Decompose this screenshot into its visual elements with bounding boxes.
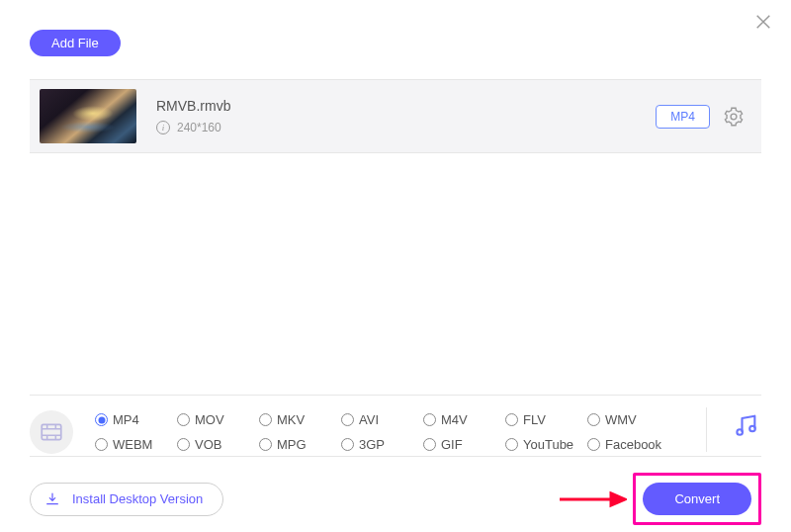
resolution-text: 240*160: [177, 121, 221, 134]
format-radio[interactable]: [177, 438, 190, 451]
info-icon[interactable]: i: [156, 121, 170, 134]
format-label: MP4: [113, 412, 139, 427]
formats-grid: MP4MOVMKVAVIM4VFLVWMVWEBMVOBMPG3GPGIFYou…: [95, 412, 669, 452]
format-radio[interactable]: [259, 438, 272, 451]
format-label: FLV: [523, 412, 546, 427]
format-option-wmv[interactable]: WMV: [587, 412, 669, 427]
format-label: VOB: [195, 437, 221, 452]
format-option-avi[interactable]: AVI: [341, 412, 423, 427]
download-icon: [44, 491, 60, 507]
svg-rect-0: [42, 424, 61, 439]
svg-point-1: [737, 429, 743, 435]
arrow-annotation: [558, 489, 627, 509]
add-file-button[interactable]: Add File: [30, 30, 121, 56]
file-row: RMVB.rmvb i 240*160 MP4: [30, 79, 761, 153]
gear-icon[interactable]: [724, 107, 744, 127]
install-desktop-button[interactable]: Install Desktop Version: [30, 483, 223, 516]
format-tag-button[interactable]: MP4: [656, 105, 710, 129]
format-option-mp4[interactable]: MP4: [95, 412, 177, 427]
install-label: Install Desktop Version: [72, 491, 203, 506]
music-icon[interactable]: [732, 411, 761, 441]
format-radio[interactable]: [505, 438, 518, 451]
format-radio[interactable]: [259, 413, 272, 426]
video-thumbnail[interactable]: [40, 89, 136, 143]
formats-panel: MP4MOVMKVAVIM4VFLVWMVWEBMVOBMPG3GPGIFYou…: [30, 395, 761, 456]
format-radio[interactable]: [587, 413, 600, 426]
format-radio[interactable]: [505, 413, 518, 426]
format-radio[interactable]: [423, 438, 436, 451]
svg-point-2: [749, 425, 755, 431]
format-radio[interactable]: [423, 413, 436, 426]
file-name: RMVB.rmvb: [156, 98, 656, 114]
format-radio[interactable]: [177, 413, 190, 426]
convert-group: Convert: [558, 473, 761, 525]
file-resolution: i 240*160: [156, 121, 656, 134]
format-radio[interactable]: [341, 413, 354, 426]
format-label: M4V: [441, 412, 468, 427]
format-label: GIF: [441, 437, 463, 452]
format-label: YouTube: [523, 437, 573, 452]
format-label: Facebook: [605, 437, 661, 452]
format-option-flv[interactable]: FLV: [505, 412, 587, 427]
format-label: WEBM: [113, 437, 152, 452]
format-radio[interactable]: [95, 438, 108, 451]
format-option-mpg[interactable]: MPG: [259, 437, 341, 452]
convert-button[interactable]: Convert: [643, 483, 751, 515]
format-label: WMV: [605, 412, 637, 427]
format-option-facebook[interactable]: Facebook: [587, 437, 669, 452]
format-option-youtube[interactable]: YouTube: [505, 437, 587, 452]
format-label: MKV: [277, 412, 305, 427]
format-radio[interactable]: [95, 413, 108, 426]
svg-marker-4: [611, 493, 625, 505]
format-option-m4v[interactable]: M4V: [423, 412, 505, 427]
format-option-vob[interactable]: VOB: [177, 437, 259, 452]
format-label: MOV: [195, 412, 224, 427]
format-label: 3GP: [359, 437, 385, 452]
close-icon[interactable]: [753, 12, 773, 32]
format-option-mov[interactable]: MOV: [177, 412, 259, 427]
format-option-3gp[interactable]: 3GP: [341, 437, 423, 452]
video-type-icon[interactable]: [30, 410, 73, 454]
format-radio[interactable]: [587, 438, 600, 451]
format-label: AVI: [359, 412, 379, 427]
highlight-box: Convert: [633, 473, 761, 525]
format-radio[interactable]: [341, 438, 354, 451]
format-option-webm[interactable]: WEBM: [95, 437, 177, 452]
vertical-divider: [706, 407, 707, 452]
file-meta: RMVB.rmvb i 240*160: [156, 98, 656, 134]
bottom-bar: Install Desktop Version Convert: [30, 456, 761, 525]
format-label: MPG: [277, 437, 307, 452]
format-option-gif[interactable]: GIF: [423, 437, 505, 452]
format-option-mkv[interactable]: MKV: [259, 412, 341, 427]
